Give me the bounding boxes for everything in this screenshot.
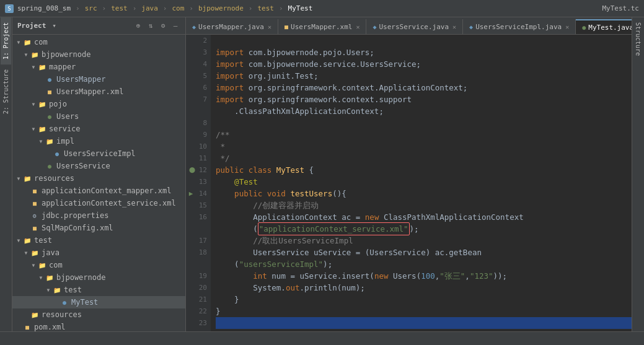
scroll-icon[interactable]: ⇅ [146,21,156,31]
tree-label-pojo: pojo [49,100,67,108]
tree-item-test2[interactable]: ▼ 📁 test [12,284,185,296]
title-bar-left: S spring_008_sm › src › test › java › co… [5,4,312,13]
ln-17: 17 [189,235,207,247]
ln-16: 16 [189,211,207,223]
tree-item-usersmapper-xml[interactable]: ■ UsersMapper.xml [12,85,185,98]
arrow-com: ▼ [15,38,22,46]
tab-usersmapper-java[interactable]: ◆ UsersMapper.java ✕ [186,19,278,34]
folder-icon-bjpowernode2: 📁 [45,273,55,282]
tab-label-usersserviceimpl-java: UsersServiceImpl.java [475,23,562,31]
tree-item-jdbc-props[interactable]: ⚙ jdbc.properties [12,209,185,222]
tab-icon-mytest-java: ● [582,24,586,31]
java-icon-usersservice: ● [45,161,55,171]
tab-icon-usersserviceimpl-java: ◆ [469,24,473,30]
tree-label-sqlmapconfig: SqlMapConfig.xml [42,224,113,232]
tree-label-bjpowernode: bjpowernode [42,50,90,59]
tree-label-test: test [34,236,52,245]
xml-icon-sqlmapconfig: ■ [30,223,40,233]
code-line-5: import org.junit.Test; [216,70,632,82]
settings-icon[interactable]: ⚙ [158,21,168,31]
ln-6: 6 [193,82,207,94]
code-line-14: public void testUsers(){ [216,188,632,199]
tab-close-usersserviceimpl-java[interactable]: ✕ [565,24,569,30]
tab-usersmapper-xml[interactable]: ■ UsersMapper.xml ✕ [278,19,366,34]
tree-item-com2[interactable]: ▼ 📁 com [12,259,185,271]
code-line-8 [216,117,632,129]
code-line-2 [216,35,632,46]
tree-item-pomxml[interactable]: ■ pom.xml [12,321,185,331]
tree-item-test[interactable]: ▼ 📁 test [12,234,185,247]
project-tree: ▼ 📁 com ▼ 📁 bjpowernode ▼ 📁 mapper ● Use… [12,35,185,331]
tree-item-impl[interactable]: ▼ 📁 impl [12,135,185,147]
tree-item-appctx-service[interactable]: ■ applicationContext_service.xml [12,197,185,209]
project-panel: Project ▾ ⊕ ⇅ ⚙ — ▼ 📁 com ▼ 📁 bjpowernod… [12,17,186,331]
tab-label-usersmapper-java: UsersMapper.java [198,23,264,31]
panel-header: Project ▾ ⊕ ⇅ ⚙ — [12,17,185,35]
main-container: 1: Project 2: Structure Project ▾ ⊕ ⇅ ⚙ … [0,17,644,331]
tree-item-appctx-mapper[interactable]: ■ applicationContext_mapper.xml [12,185,185,197]
arrow-users [37,113,45,120]
editor-area: ◆ UsersMapper.java ✕ ■ UsersMapper.xml ✕… [186,17,632,331]
tab-mytest-java[interactable]: ● MyTest.java ✕ [576,19,632,34]
code-editor[interactable]: 2 3 4 5 6 7 8 9 10 11 ⬤12 13 ▶14 15 16 1… [186,35,632,331]
ln-9: 9 [193,129,207,141]
tree-label-appctx-mapper: applicationContext_mapper.xml [42,186,172,195]
ln-16b [200,223,207,235]
panel-dropdown[interactable]: ▾ [52,22,56,30]
tree-label-resources: resources [34,174,74,183]
tree-item-pojo[interactable]: ▼ 📁 pojo [12,98,185,110]
tree-item-usersservice[interactable]: ● UsersService [12,160,185,172]
arrow-appctx-mapper [22,187,30,194]
code-line-23 [216,317,632,329]
close-panel-icon[interactable]: — [170,21,180,31]
tab-close-usersmapper-xml[interactable]: ✕ [356,24,359,30]
tree-label-mytest: MyTest [71,298,98,307]
arrow-pojo: ▼ [30,100,37,108]
tree-item-service[interactable]: ▼ 📁 service [12,123,185,135]
ln-22: 22 [189,305,207,317]
run-arrow-14[interactable]: ▶ [189,188,196,199]
tree-item-bjpowernode[interactable]: ▼ 📁 bjpowernode [12,48,185,61]
tab-close-usersservice-java[interactable]: ✕ [452,24,456,30]
locate-icon[interactable]: ⊕ [133,21,143,31]
ln-13: 13 [189,176,207,188]
sidebar-tab-project[interactable]: 1: Project [1,17,11,64]
code-line-6: import org.springframework.context.Appli… [216,82,632,94]
tree-item-resources[interactable]: ▼ 📁 resources [12,172,185,185]
ln-8: 8 [193,117,207,129]
tree-item-sqlmapconfig[interactable]: ■ SqlMapConfig.xml [12,222,185,234]
test-icon-mytest: ● [60,297,69,307]
tree-item-usersserviceimpl[interactable]: ● UsersServiceImpl [12,147,185,160]
right-sidebar: Structure [632,17,644,331]
panel-header-icons: ⊕ ⇅ ⚙ — [133,21,180,31]
tab-close-usersmapper-java[interactable]: ✕ [268,24,271,30]
tab-usersserviceimpl-java[interactable]: ◆ UsersServiceImpl.java ✕ [463,19,576,34]
tree-item-java2[interactable]: ▼ 📁 java [12,247,185,259]
code-line-22: } [216,305,632,317]
tree-item-com[interactable]: ▼ 📁 com [12,36,185,48]
tab-usersservice-java[interactable]: ◆ UsersService.java ✕ [366,19,463,34]
arrow-sqlmapconfig [22,224,30,232]
tree-label-test2: test [64,286,82,294]
tree-item-mytest[interactable]: ● MyTest [12,296,185,308]
right-tab-structure[interactable]: Structure [633,17,643,61]
arrow-usersmapper [37,76,45,83]
code-content[interactable]: import com.bjpowernode.pojo.Users; impor… [211,35,632,331]
path-com: com [172,4,184,12]
tab-label-usersservice-java: UsersService.java [379,23,449,31]
tree-item-bjpowernode2[interactable]: ▼ 📁 bjpowernode [12,271,185,284]
path-test2: test [257,4,274,12]
line-gutter: 2 3 4 5 6 7 8 9 10 11 ⬤12 13 ▶14 15 16 1… [186,35,211,331]
sidebar-tab-structure[interactable]: 2: Structure [1,64,11,119]
tree-item-users[interactable]: ● Users [12,110,185,123]
tree-item-mapper[interactable]: ▼ 📁 mapper [12,61,185,73]
tree-item-resources2[interactable]: 📁 resources [12,308,185,321]
project-name: spring_008_sm [17,4,71,12]
path-test: test [111,4,128,12]
tree-item-usersmapper[interactable]: ● UsersMapper [12,73,185,85]
code-line-10: * [216,141,632,152]
arrow-bjpowernode: ▼ [22,51,30,58]
title-bar-right: MyTest.tc [602,4,639,12]
tree-label-resources2: resources [42,310,82,319]
tree-label-usersmapper-xml: UsersMapper.xml [56,87,123,96]
